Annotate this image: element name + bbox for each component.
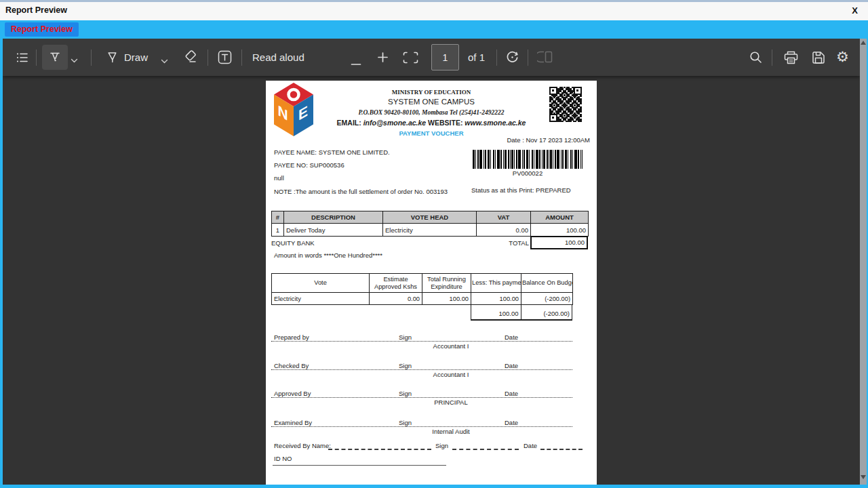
page-number-input[interactable] bbox=[432, 45, 458, 70]
rotate-icon[interactable] bbox=[505, 49, 520, 68]
ministry-line: MINISTRY OF EDUCATION bbox=[266, 89, 597, 96]
summary-payment-total: 100.00 bbox=[471, 305, 521, 319]
sig-label: Prepared by bbox=[274, 333, 309, 341]
received-date-label: Date bbox=[524, 442, 537, 449]
date-line: Date : Nov 17 2023 12:00AM bbox=[507, 136, 590, 144]
cell-vat: 0.00 bbox=[477, 224, 531, 237]
print-icon[interactable] bbox=[783, 50, 799, 68]
received-sign-label: Sign bbox=[435, 442, 448, 449]
settings-gear-icon[interactable]: ⚙ bbox=[836, 49, 849, 64]
contact-line: EMAIL: info@smone.ac.ke WEBSITE: www.smo… bbox=[266, 119, 597, 127]
sig-date-label: Date bbox=[505, 333, 518, 341]
vote-summary-box: 100.00 (-200.00) bbox=[471, 304, 572, 321]
sig-sign-label: Sign bbox=[399, 419, 412, 426]
bank-name: EQUITY BANK bbox=[271, 239, 315, 247]
col-header-amount: AMOUNT bbox=[531, 211, 589, 224]
pdf-canvas[interactable]: N E MINISTRY OF EDUCATION SYSTEM ONE CAM… bbox=[3, 76, 860, 485]
id-no-label: ID NO bbox=[274, 455, 292, 462]
payee-number: PAYEE NO: SUP000536 bbox=[274, 161, 344, 169]
scroll-up-arrow-icon[interactable] bbox=[861, 41, 866, 45]
payee-null-line: null bbox=[274, 174, 284, 182]
highlighter-chevron-down-icon[interactable] bbox=[71, 54, 78, 66]
page-number-box[interactable] bbox=[431, 44, 459, 70]
vertical-scrollbar[interactable] bbox=[860, 39, 867, 485]
sig-date-label: Date bbox=[505, 419, 518, 426]
toolbar-divider bbox=[91, 49, 92, 66]
draw-pen-icon[interactable] bbox=[105, 50, 119, 67]
note-line: NOTE :The amount is the full settlement … bbox=[274, 188, 448, 195]
col-header-vote: Vote bbox=[272, 274, 370, 293]
col-header-balance: Balance On Budget bbox=[521, 274, 573, 293]
signature-row-checked: Checked By Sign Date bbox=[271, 362, 572, 370]
col-header-estimate: Estimate Approved Kshs bbox=[370, 274, 422, 293]
window-title: Report Preview bbox=[5, 5, 67, 15]
highlighter-icon bbox=[48, 50, 62, 64]
draw-button[interactable]: Draw bbox=[124, 39, 148, 76]
eraser-icon[interactable] bbox=[183, 49, 198, 67]
cell-index: 1 bbox=[272, 224, 284, 237]
title-bar: Report Preview X bbox=[0, 2, 868, 20]
cell-running: 100.00 bbox=[422, 293, 471, 305]
email-value: info@smone.ac.ke bbox=[363, 119, 427, 127]
read-aloud-button[interactable]: Read aloud bbox=[252, 39, 304, 76]
cell-balance: (-200.00) bbox=[521, 293, 573, 305]
sig-role: PRINCIPAL bbox=[407, 399, 495, 406]
highlighter-button[interactable] bbox=[42, 45, 68, 70]
website-label: WEBSITE: bbox=[428, 119, 462, 127]
received-by-label: Received By Name: bbox=[274, 442, 331, 449]
save-icon[interactable] bbox=[811, 50, 826, 68]
total-amount: 100.00 bbox=[530, 236, 588, 249]
vote-table-row: Electricity 0.00 100.00 100.00 (-200.00) bbox=[272, 293, 573, 305]
pobox-line: P.O.BOX 90420-80100, Mombasa Tel (254)41… bbox=[266, 109, 597, 116]
sig-role: Accountant I bbox=[407, 342, 495, 350]
fit-to-page-icon[interactable] bbox=[403, 52, 418, 66]
cell-vote: Electricity bbox=[272, 293, 370, 305]
signature-row-examined: Examined By Sign Date bbox=[271, 419, 572, 427]
report-preview-tab[interactable]: Report Preview bbox=[5, 22, 79, 37]
received-sign-line bbox=[452, 442, 519, 450]
pdf-viewer: Draw Read aloud bbox=[3, 39, 867, 485]
toolbar-divider bbox=[528, 49, 528, 66]
toolbar-divider bbox=[36, 49, 37, 66]
cell-vote-head: Electricity bbox=[383, 224, 477, 237]
vote-table-header-row: Vote Estimate Approved Kshs Total Runnin… bbox=[272, 274, 573, 293]
close-button[interactable]: X bbox=[848, 5, 861, 16]
total-label: TOTAL bbox=[469, 239, 529, 247]
col-header-running: Total Running Expinditure bbox=[422, 274, 471, 293]
sig-sign-label: Sign bbox=[399, 390, 412, 397]
items-table-row: 1 Deliver Today Electricity 0.00 100.00 bbox=[272, 224, 589, 237]
amount-in-words: Amount in words ****One Hundred**** bbox=[274, 251, 382, 259]
sig-label: Examined By bbox=[274, 419, 312, 426]
col-header-less-payment: Less: This payment bbox=[471, 274, 521, 293]
cell-amount: 100.00 bbox=[531, 224, 589, 237]
vote-table: Vote Estimate Approved Kshs Total Runnin… bbox=[271, 273, 573, 305]
email-label: EMAIL: bbox=[337, 119, 361, 127]
toolbar-divider bbox=[496, 49, 497, 66]
window-frame: Report Preview bbox=[0, 20, 868, 488]
status-line: Status as at this Print: PREPARED bbox=[471, 186, 571, 194]
website-value: www.smone.ac.ke bbox=[465, 119, 526, 127]
cell-less-payment: 100.00 bbox=[471, 293, 521, 305]
pdf-toolbar: Draw Read aloud bbox=[3, 39, 860, 76]
signature-row-prepared: Prepared by Sign Date bbox=[271, 333, 572, 342]
search-icon[interactable] bbox=[749, 50, 763, 67]
table-of-contents-icon[interactable] bbox=[16, 51, 29, 67]
sig-sign-label: Sign bbox=[399, 333, 412, 341]
scroll-down-arrow-icon[interactable] bbox=[861, 475, 866, 479]
col-header-description: DESCRIPTION bbox=[284, 211, 383, 224]
draw-chevron-down-icon[interactable] bbox=[161, 55, 168, 67]
sig-date-label: Date bbox=[505, 362, 518, 369]
id-no-line bbox=[273, 465, 446, 466]
signature-row-approved: Approved By Sign Date bbox=[271, 390, 572, 398]
toolbar-divider bbox=[208, 49, 208, 66]
add-text-icon[interactable] bbox=[217, 49, 233, 68]
col-header-vote-head: VOTE HEAD bbox=[383, 211, 477, 224]
sig-label: Checked By bbox=[274, 362, 309, 369]
received-date-line bbox=[540, 442, 583, 450]
cell-description: Deliver Today bbox=[284, 224, 383, 237]
zoom-out-icon[interactable] bbox=[351, 56, 361, 68]
zoom-in-icon[interactable] bbox=[377, 52, 389, 66]
col-header-vat: VAT bbox=[477, 211, 531, 224]
received-name-line bbox=[328, 442, 431, 450]
items-table-header-row: # DESCRIPTION VOTE HEAD VAT AMOUNT bbox=[272, 211, 589, 224]
